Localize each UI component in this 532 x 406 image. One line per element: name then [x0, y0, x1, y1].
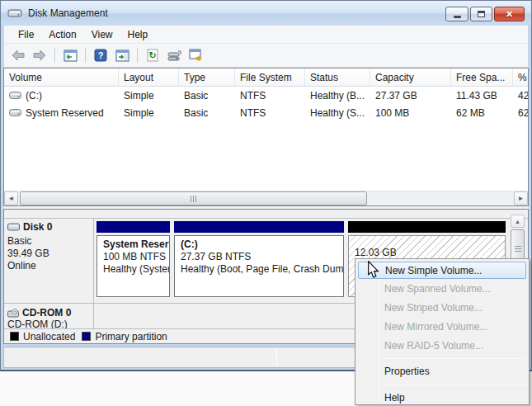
back-icon[interactable]	[9, 46, 27, 64]
volume-name: (C:)	[26, 90, 42, 102]
menu-item-new-striped-volume: New Striped Volume...	[355, 299, 529, 318]
cdrom-name: CD-ROM 0	[22, 307, 71, 319]
menu-item-help[interactable]: Help	[355, 388, 529, 406]
disk-management-app-icon	[7, 7, 22, 19]
svg-text:✱: ✱	[195, 54, 202, 62]
help-icon[interactable]: ?	[92, 46, 110, 64]
partition-system-reserved[interactable]: System Reserved 100 MB NTFS Healthy (Sys…	[96, 220, 171, 305]
disk-list-icon[interactable]	[165, 46, 183, 64]
menu-item-properties[interactable]: Properties	[355, 361, 529, 382]
scroll-right-icon[interactable]: ►	[514, 191, 528, 205]
disk0-header[interactable]: Disk 0 Basic 39.49 GB Online	[7, 221, 90, 272]
column-header-pct-free[interactable]: % F	[513, 68, 529, 86]
desktop: Disk Management ✕ File Action View Help	[0, 0, 532, 406]
mouse-cursor	[365, 261, 381, 279]
drive-icon	[9, 109, 21, 116]
partition-status: Healthy (System, Active, Primary Partiti…	[103, 263, 169, 276]
partition-c[interactable]: (C:) 27.37 GB NTFS Healthy (Boot, Page F…	[173, 220, 345, 305]
scroll-up-icon[interactable]: ▲	[511, 215, 525, 228]
scroll-left-icon[interactable]: ◄	[4, 191, 18, 205]
menu-action[interactable]: Action	[41, 27, 83, 42]
legend-primary-label: Primary partition	[95, 331, 167, 342]
unallocated-size: 12.03 GB	[355, 247, 505, 259]
status-bar-divider	[276, 349, 277, 366]
table-row[interactable]: (C:) Simple Basic NTFS Healthy (B... 27.…	[4, 87, 528, 104]
disk-status: Online	[7, 260, 90, 272]
cell-free-space: 62 MB	[451, 107, 513, 119]
menu-view[interactable]: View	[84, 27, 120, 42]
disk-name: Disk 0	[23, 221, 52, 233]
volume-list-header: Volume Layout Type File System Status Ca…	[4, 68, 528, 87]
menu-item-new-raid5-volume: New RAID-5 Volume...	[355, 337, 529, 356]
refresh-icon[interactable]: ↻	[144, 46, 162, 64]
cdrom-header[interactable]: CD-ROM 0 CD-ROM (D:)	[7, 307, 90, 330]
partition-name: System Reserved	[103, 238, 169, 251]
volume-name: System Reserved	[26, 107, 104, 119]
cell-file-system: NTFS	[235, 90, 305, 102]
horizontal-scrollbar-thumb[interactable]	[20, 191, 367, 205]
partition-status: Healthy (Boot, Page File, Crash Dump, Pr…	[181, 263, 343, 276]
svg-text:?: ?	[98, 50, 104, 60]
column-header-file-system[interactable]: File System	[235, 68, 305, 86]
horizontal-scrollbar[interactable]: ◄ ►	[4, 191, 528, 205]
maximize-icon	[478, 11, 485, 17]
column-header-capacity[interactable]: Capacity	[370, 68, 451, 86]
menubar: File Action View Help	[4, 26, 528, 44]
show-console-tree-icon[interactable]	[61, 46, 79, 64]
forward-icon[interactable]	[31, 46, 49, 64]
cell-layout: Simple	[119, 90, 179, 102]
toolbar: ? ↻ ✱	[4, 44, 528, 68]
column-header-layout[interactable]: Layout	[119, 68, 179, 86]
divider	[93, 218, 94, 328]
toolbar-separator	[85, 48, 86, 63]
column-header-type[interactable]: Type	[179, 68, 235, 86]
cell-file-system: NTFS	[235, 107, 305, 119]
cell-pct-free: 62	[513, 107, 529, 119]
unallocated-band	[348, 221, 506, 233]
window-title: Disk Management	[28, 7, 108, 19]
column-header-volume[interactable]: Volume	[4, 68, 119, 86]
disk-type: Basic	[7, 235, 90, 248]
cell-capacity: 27.37 GB	[370, 90, 451, 102]
divider	[4, 218, 528, 219]
show-action-pane-icon[interactable]	[113, 46, 131, 64]
primary-partition-swatch	[82, 332, 91, 341]
cell-status: Healthy (B...	[305, 90, 370, 102]
disk-icon	[7, 223, 20, 231]
primary-partition-band	[97, 221, 170, 233]
toolbar-separator	[137, 48, 138, 63]
toolbar-separator	[54, 48, 55, 63]
manage-wizard-icon[interactable]: ✱	[186, 46, 205, 64]
cell-status: Healthy (S...	[305, 107, 370, 119]
column-header-status[interactable]: Status	[305, 68, 370, 86]
cell-type: Basic	[179, 107, 235, 119]
titlebar[interactable]: Disk Management ✕	[1, 1, 531, 26]
menu-file[interactable]: File	[11, 27, 41, 42]
unallocated-swatch	[10, 332, 19, 341]
maximize-button[interactable]	[470, 7, 492, 21]
drive-icon	[9, 92, 21, 99]
minimize-icon	[454, 16, 461, 18]
cdrom-icon	[7, 309, 20, 318]
cell-capacity: 100 MB	[370, 107, 451, 119]
partition-size: 27.37 GB NTFS	[181, 251, 343, 263]
menu-item-new-mirrored-volume: New Mirrored Volume...	[355, 318, 529, 337]
menu-item-new-spanned-volume: New Spanned Volume...	[355, 280, 529, 299]
menu-separator	[380, 385, 527, 385]
close-button[interactable]: ✕	[494, 7, 525, 21]
column-header-free-space[interactable]: Free Spa...	[451, 68, 513, 86]
menu-separator	[380, 358, 527, 359]
menu-help[interactable]: Help	[120, 27, 156, 42]
cell-pct-free: 42	[513, 90, 529, 102]
cell-layout: Simple	[119, 107, 179, 119]
partition-size: 100 MB NTFS	[103, 251, 169, 263]
table-row[interactable]: System Reserved Simple Basic NTFS Health…	[4, 104, 528, 121]
menu-item-new-simple-volume[interactable]: New Simple Volume...	[358, 262, 526, 279]
primary-partition-band	[174, 221, 344, 233]
minimize-button[interactable]	[445, 7, 468, 21]
context-menu: New Simple Volume... New Spanned Volume.…	[355, 258, 530, 405]
close-icon: ✕	[506, 9, 513, 20]
svg-text:↻: ↻	[148, 50, 156, 60]
legend-unallocated-label: Unallocated	[23, 331, 75, 342]
cell-type: Basic	[179, 90, 235, 102]
